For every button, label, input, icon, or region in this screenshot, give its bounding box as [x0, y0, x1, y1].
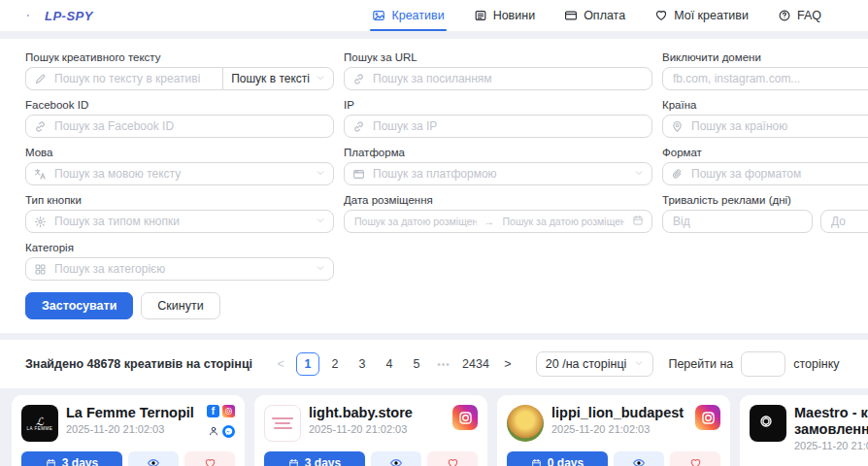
goto-suffix-label: сторінку — [793, 357, 839, 371]
pagination-last-page[interactable]: 2434 — [459, 352, 492, 376]
filter-format: Формат — [662, 147, 868, 185]
creative-card[interactable]: light.baby.store 2025-11-20 21:02:03 3 d… — [254, 395, 487, 466]
platform-field[interactable] — [371, 166, 628, 182]
pagination-next[interactable]: > — [496, 352, 519, 376]
pagination-page-5[interactable]: 5 — [405, 352, 428, 376]
field-label: IP — [344, 99, 652, 111]
creative-card[interactable]: ℒ LA FEMME La Femme Ternopil 2025-11-20 … — [12, 395, 245, 466]
text-search-mode-select[interactable]: Пошук в тексті — [222, 67, 334, 90]
pencil-icon — [34, 73, 47, 85]
exclude-domains-field[interactable] — [671, 71, 868, 86]
category-select[interactable] — [25, 257, 334, 281]
goto-page-input[interactable] — [741, 351, 785, 377]
card-title: La Femme Ternopil — [66, 405, 199, 421]
button-type-select[interactable] — [25, 210, 334, 233]
gear-icon — [34, 216, 47, 228]
chevron-down-icon — [316, 167, 325, 181]
link-icon — [34, 120, 47, 133]
duration-from-field[interactable] — [671, 214, 804, 229]
date-to-field[interactable] — [501, 215, 627, 228]
filter-exclude-domains: Виключити домени — [662, 51, 868, 90]
audience-network-icon — [207, 425, 219, 438]
category-field[interactable] — [52, 261, 310, 277]
language-select[interactable] — [25, 162, 334, 185]
grid-icon — [34, 263, 47, 276]
nav-tab-my-creatives[interactable]: Мої креативи — [654, 0, 749, 31]
avatar — [264, 405, 301, 442]
pagination-page-1[interactable]: 1 — [296, 352, 319, 376]
exclude-domains-input[interactable] — [662, 67, 868, 90]
pagination-ellipsis[interactable]: ••• — [432, 352, 455, 376]
filter-panel: Пошук креативного тексту Пошук в тексті … — [0, 39, 868, 333]
nav-tab-creatives[interactable]: Креативи — [372, 0, 444, 31]
platform-select[interactable] — [344, 162, 652, 185]
pagination-prev[interactable]: < — [269, 352, 292, 376]
favorite-button[interactable] — [184, 451, 235, 466]
chevron-down-icon — [316, 72, 325, 85]
instagram-icon — [695, 405, 720, 430]
country-field[interactable] — [689, 118, 868, 134]
card-date: 2025-11-20 21:02:03 — [66, 423, 199, 435]
duration-to-field[interactable] — [829, 214, 868, 229]
duration-from-input[interactable] — [662, 210, 813, 233]
filter-placement-date: Дата розміщення → — [344, 194, 652, 233]
days-button[interactable]: 3 days — [21, 451, 122, 466]
calendar-icon — [288, 458, 299, 466]
nav-tab-news[interactable]: Новини — [474, 0, 536, 31]
mode-value: Пошук в тексті — [231, 72, 310, 85]
creative-text-input[interactable] — [25, 67, 222, 90]
avatar — [750, 405, 786, 442]
filter-duration: Тривалість реклами (дні) — [662, 194, 868, 233]
favorite-button[interactable] — [670, 451, 720, 466]
facebook-icon: f — [207, 405, 219, 417]
chevron-down-icon — [634, 167, 644, 181]
facebook-id-input[interactable] — [25, 115, 334, 138]
logo-text: LP-SPY — [45, 9, 93, 23]
app-logo[interactable]: LP-SPY — [17, 8, 93, 23]
apply-button[interactable]: Застосувати — [25, 292, 133, 319]
duration-to-input[interactable] — [820, 210, 868, 233]
eye-logo-icon — [17, 8, 39, 23]
field-label: Тривалість реклами (дні) — [662, 194, 868, 206]
field-label: Виключити домени — [662, 51, 868, 63]
reset-button[interactable]: Скинути — [141, 292, 219, 319]
views-button[interactable] — [371, 451, 421, 466]
chevron-down-icon — [316, 215, 325, 228]
creative-card[interactable]: Maestro - кухні, ме замовлення в Ужго 20… — [740, 395, 868, 466]
days-button[interactable]: 0 days — [507, 451, 608, 466]
days-button[interactable]: 3 days — [264, 451, 365, 466]
views-button[interactable] — [614, 451, 664, 466]
nav-label: Мої креативи — [674, 9, 749, 22]
goto-page: Перейти на сторінку — [668, 351, 839, 377]
country-input[interactable] — [662, 115, 868, 138]
language-field[interactable] — [52, 166, 310, 182]
results-summary: Знайдено 48678 креативів на сторінці — [25, 357, 252, 371]
url-field[interactable] — [371, 71, 644, 86]
card-title: light.baby.store — [309, 405, 445, 421]
ip-input[interactable] — [344, 115, 652, 138]
network-icons — [695, 405, 720, 442]
nav-label: Оплата — [584, 9, 625, 22]
filter-url: Пошук за URL — [344, 51, 652, 90]
ip-field[interactable] — [371, 118, 644, 134]
button-type-field[interactable] — [52, 214, 310, 229]
url-input[interactable] — [344, 67, 652, 90]
pagination-page-2[interactable]: 2 — [323, 352, 347, 376]
pagination-page-3[interactable]: 3 — [351, 352, 374, 376]
nav-tab-faq[interactable]: FAQ — [778, 0, 821, 31]
heart-icon — [654, 9, 668, 22]
facebook-id-field[interactable] — [52, 118, 325, 134]
favorite-button[interactable] — [427, 451, 478, 466]
nav-tab-payment[interactable]: Оплата — [564, 0, 625, 31]
format-input[interactable] — [662, 162, 868, 185]
creative-text-field[interactable] — [52, 71, 215, 86]
date-from-field[interactable] — [352, 215, 479, 228]
views-button[interactable] — [128, 451, 179, 466]
filter-creative-text: Пошук креативного тексту Пошук в тексті — [25, 51, 334, 90]
page-size-select[interactable]: 20 /на сторінці — [536, 351, 654, 377]
format-field[interactable] — [689, 166, 868, 182]
date-range-picker[interactable]: → — [344, 210, 652, 233]
pagination-page-4[interactable]: 4 — [378, 352, 401, 376]
creative-card[interactable]: lippi_lion_budapest 2025-11-20 21:02:03 … — [497, 395, 730, 466]
filter-ip: IP — [344, 99, 652, 138]
